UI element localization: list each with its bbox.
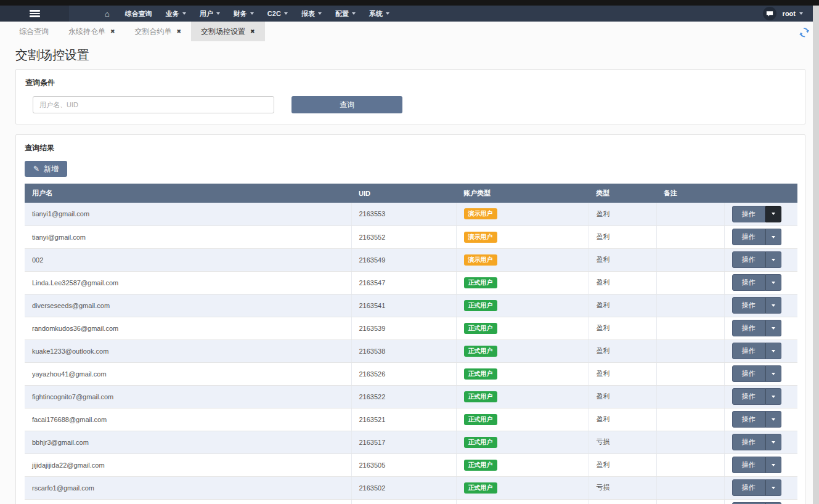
- tab[interactable]: 交割场控设置 ✖: [191, 22, 265, 41]
- cell-note: [656, 453, 724, 476]
- tab-label: 交割场控设置: [201, 26, 245, 37]
- cell-note: [656, 385, 724, 408]
- home-icon[interactable]: ⌂: [105, 10, 110, 18]
- action-dropdown-toggle[interactable]: [765, 343, 781, 359]
- cell-type: 盈利: [589, 317, 656, 339]
- navbar-menu-item[interactable]: C2C: [261, 6, 295, 22]
- action-dropdown-toggle[interactable]: [765, 434, 781, 450]
- navbar-menu-item[interactable]: 报表: [295, 6, 328, 22]
- col-username: 用户名: [25, 184, 351, 203]
- cell-actions: 操作: [724, 203, 797, 226]
- action-button[interactable]: 操作: [732, 365, 765, 382]
- action-dropdown-toggle[interactable]: [765, 365, 781, 382]
- account-type-badge: 正式用户: [464, 323, 497, 334]
- cell-actions: 操作: [724, 476, 797, 499]
- action-dropdown-toggle[interactable]: [765, 411, 781, 428]
- table-row: yayazhou41@gmail.com 2163526 正式用户 盈利 操作: [25, 362, 797, 385]
- cell-note: [656, 317, 724, 339]
- navbar: ⌂ 综合查询 业务 用户 财务 C2C 报表 配置 系统: [0, 6, 813, 22]
- action-dropdown-toggle[interactable]: [765, 274, 781, 291]
- account-type-badge: 正式用户: [464, 437, 497, 448]
- action-button[interactable]: 操作: [732, 343, 765, 359]
- cell-account-type: 正式用户: [456, 499, 589, 504]
- query-panel-title: 查询条件: [25, 78, 796, 88]
- action-button[interactable]: 操作: [732, 206, 765, 222]
- cell-type: 亏损: [589, 499, 656, 504]
- navbar-menu-item[interactable]: 业务: [159, 6, 193, 22]
- account-type-badge: 正式用户: [464, 391, 497, 402]
- chevron-down-icon: [772, 418, 775, 421]
- cell-uid: 2163553: [351, 203, 456, 226]
- cell-account-type: 演示用户: [456, 226, 589, 248]
- close-icon[interactable]: ✖: [177, 29, 182, 35]
- action-dropdown-toggle[interactable]: [765, 457, 781, 473]
- cell-account-type: 正式用户: [456, 294, 589, 317]
- navbar-menu-item[interactable]: 财务: [227, 6, 261, 22]
- cell-actions: 操作: [724, 362, 797, 385]
- tab[interactable]: 永续持仓单 ✖: [59, 22, 125, 41]
- chevron-down-icon: [772, 464, 775, 466]
- action-button[interactable]: 操作: [732, 274, 765, 291]
- chat-icon: [766, 10, 773, 17]
- chat-button[interactable]: [763, 7, 776, 20]
- action-dropdown-toggle[interactable]: [765, 206, 781, 222]
- action-button[interactable]: 操作: [732, 411, 765, 428]
- action-button[interactable]: 操作: [732, 297, 765, 314]
- table-row: kuake1233@outlook.com 2163538 正式用户 盈利 操作: [25, 339, 797, 362]
- search-input[interactable]: [33, 96, 274, 113]
- navbar-menu-item-label: 财务: [234, 9, 247, 18]
- cell-uid: 2163521: [351, 408, 456, 431]
- cell-uid: 2163501: [351, 499, 456, 504]
- navbar-menu-item[interactable]: 配置: [328, 6, 362, 22]
- action-button[interactable]: 操作: [732, 388, 765, 405]
- navbar-menu-item[interactable]: 综合查询: [118, 6, 159, 22]
- table-header-row: 用户名 UID 账户类型 类型 备注: [25, 184, 797, 203]
- action-dropdown-toggle[interactable]: [765, 388, 781, 405]
- action-button[interactable]: 操作: [732, 320, 765, 336]
- action-button[interactable]: 操作: [732, 251, 765, 268]
- account-type-badge: 正式用户: [464, 346, 497, 357]
- cell-note: [656, 248, 724, 271]
- user-menu[interactable]: root: [783, 10, 803, 17]
- cell-type: 盈利: [589, 294, 656, 317]
- account-type-badge: 演示用户: [464, 232, 497, 243]
- cell-username: facai176688@gmail.com: [25, 408, 351, 431]
- action-dropdown-toggle[interactable]: [765, 251, 781, 268]
- action-button[interactable]: 操作: [732, 229, 765, 245]
- chevron-down-icon: [386, 12, 389, 15]
- action-dropdown-toggle[interactable]: [765, 320, 781, 336]
- navbar-menu-item[interactable]: 用户: [193, 6, 227, 22]
- action-button[interactable]: 操作: [732, 457, 765, 473]
- table-body: tianyi1@gmail.com 2163553 演示用户 盈利 操作 tia…: [25, 203, 797, 504]
- action-dropdown-toggle[interactable]: [765, 229, 781, 245]
- action-dropdown-toggle[interactable]: [765, 297, 781, 314]
- cell-type: 盈利: [589, 339, 656, 362]
- navbar-menu-item[interactable]: 系统: [362, 6, 396, 22]
- action-button[interactable]: 操作: [732, 434, 765, 450]
- cell-username: diverseseeds@gmail.com: [25, 294, 351, 317]
- action-dropdown-toggle[interactable]: [765, 479, 781, 496]
- tab-label: 综合查询: [19, 26, 49, 37]
- cell-account-type: 演示用户: [456, 248, 589, 271]
- account-type-badge: 演示用户: [464, 254, 497, 266]
- results-panel: 查询结果 ✎ 新增 用户名 UID 账户类型 类型 备注 tianyi1: [15, 134, 805, 504]
- close-icon[interactable]: ✖: [110, 29, 115, 35]
- navbar-menu-item-label: 用户: [200, 9, 213, 18]
- refresh-button[interactable]: [798, 26, 809, 38]
- page-title: 交割场控设置: [15, 47, 813, 63]
- action-button[interactable]: 操作: [732, 479, 765, 496]
- close-icon[interactable]: ✖: [250, 29, 255, 35]
- tab[interactable]: 交割合约单 ✖: [125, 22, 192, 41]
- sidebar-toggle-button[interactable]: [0, 6, 69, 22]
- tab-label: 交割合约单: [135, 26, 172, 37]
- tab[interactable]: 综合查询: [9, 22, 59, 41]
- cell-username: tianyi@gmail.com: [25, 226, 351, 248]
- table-row: diverseseeds@gmail.com 2163541 正式用户 盈利 操…: [25, 294, 797, 317]
- col-uid: UID: [351, 184, 456, 203]
- top-screen-strip: [0, 0, 819, 6]
- navbar-menu-item-label: 报表: [301, 9, 315, 18]
- cell-note: [656, 499, 724, 504]
- search-button[interactable]: 查询: [291, 96, 402, 113]
- add-button[interactable]: ✎ 新增: [25, 161, 67, 177]
- table-row: 7329959875 2163501 正式用户 亏损 操作: [25, 499, 797, 504]
